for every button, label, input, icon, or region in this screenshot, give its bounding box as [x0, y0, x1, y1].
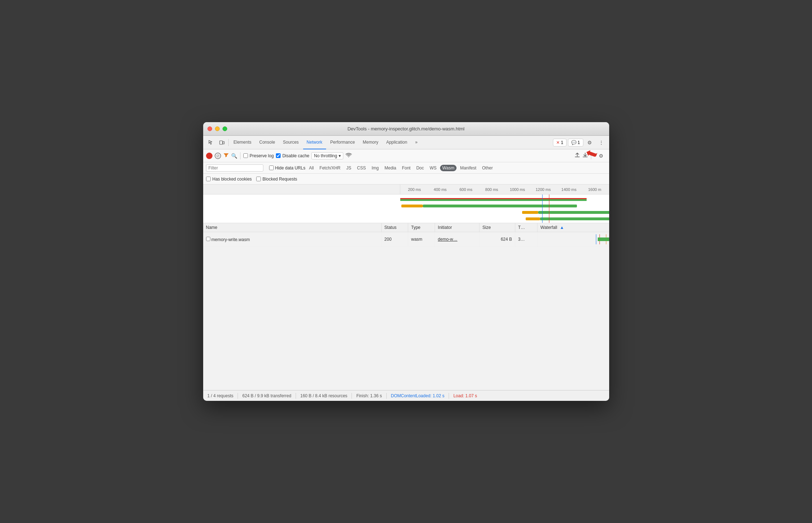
disable-cache-checkbox[interactable]	[276, 153, 281, 158]
status-transferred: 624 B / 9.9 kB transferred	[242, 393, 291, 398]
tab-memory[interactable]: Memory	[359, 136, 382, 149]
error-badge-button[interactable]: ✕ 1	[553, 139, 567, 147]
col-type-label: Type	[411, 225, 420, 230]
devtools-tab-bar: Elements Console Sources Network Perform…	[203, 136, 609, 149]
timeline-label-1400: 1400 ms	[556, 187, 582, 192]
status-sep2	[296, 393, 296, 399]
col-size-label: Size	[482, 225, 491, 230]
device-toolbar-icon[interactable]	[217, 138, 227, 148]
row-status: 200	[384, 237, 392, 242]
blocked-requests-checkbox[interactable]	[256, 177, 261, 181]
col-name-label: Name	[206, 225, 218, 230]
row-time-cell: 3…	[515, 232, 537, 247]
network-toolbar: ⊘ 🔍 Preserve log Disable cache No thrott…	[203, 149, 609, 162]
timeline-blue-line	[542, 195, 543, 223]
type-filter-other[interactable]: Other	[480, 165, 495, 171]
tab-sources[interactable]: Sources	[280, 136, 302, 149]
more-options-icon[interactable]: ⋮	[596, 138, 606, 148]
tab-application[interactable]: Application	[383, 136, 411, 149]
preserve-log-checkbox-label[interactable]: Preserve log	[243, 153, 274, 158]
col-time-label: T…	[518, 225, 525, 230]
timeline-label-1600: 1600 m	[582, 187, 608, 192]
has-blocked-cookies-checkbox[interactable]	[206, 177, 211, 181]
blocked-requests-label[interactable]: Blocked Requests	[256, 177, 297, 182]
tab-more[interactable]: »	[411, 136, 421, 149]
hide-data-urls-checkbox[interactable]	[269, 165, 274, 170]
filter-icon[interactable]	[223, 152, 229, 159]
disable-cache-checkbox-label[interactable]: Disable cache	[276, 153, 309, 158]
message-count: 1	[578, 140, 580, 145]
timeline-label-400: 400 ms	[427, 187, 453, 192]
timeline-label-200: 200 ms	[402, 187, 428, 192]
maximize-button[interactable]	[223, 126, 227, 131]
table-row[interactable]: memory-write.wasm 200 wasm demo-w… 624 B	[203, 232, 609, 247]
type-filter-img[interactable]: Img	[369, 165, 381, 171]
table-empty-space	[203, 247, 609, 390]
type-filter-font[interactable]: Font	[400, 165, 413, 171]
waterfall-blue-vline	[596, 234, 596, 244]
row-initiator-cell: demo-w…	[435, 232, 479, 247]
col-name-header[interactable]: Name	[203, 223, 382, 232]
wifi-icon	[345, 153, 352, 159]
col-waterfall-header[interactable]: Waterfall ▲	[538, 223, 609, 232]
inspect-element-icon[interactable]	[206, 138, 216, 148]
col-time-header[interactable]: T…	[515, 223, 537, 232]
minimize-button[interactable]	[215, 126, 220, 131]
timeline-bar-4-orange	[526, 217, 540, 220]
tab-network[interactable]: Network	[303, 136, 326, 149]
network-table: Name Status Type Initiator Size	[203, 223, 609, 390]
timeline-chart	[203, 195, 609, 223]
record-button[interactable]	[206, 153, 212, 159]
col-initiator-label: Initiator	[438, 225, 452, 230]
clear-button[interactable]: ⊘	[215, 153, 221, 159]
network-table-wrapper: Name Status Type Initiator Size	[203, 223, 609, 390]
type-filter-wasm[interactable]: Wasm	[440, 165, 457, 171]
type-filter-js[interactable]: JS	[344, 165, 353, 171]
type-filter-ws[interactable]: WS	[428, 165, 439, 171]
col-status-label: Status	[384, 225, 397, 230]
search-icon[interactable]: 🔍	[231, 153, 237, 159]
upload-icon[interactable]	[574, 152, 580, 159]
status-domcontentloaded: DOMContentLoaded: 1.02 s	[391, 393, 444, 398]
type-filter-fetch-xhr[interactable]: Fetch/XHR	[317, 165, 343, 171]
col-type-header[interactable]: Type	[408, 223, 435, 232]
type-filter-css[interactable]: CSS	[355, 165, 368, 171]
type-filter-doc[interactable]: Doc	[414, 165, 426, 171]
toolbar-separator	[228, 139, 229, 146]
row-time: 3…	[518, 237, 525, 242]
empty-cell	[203, 247, 609, 390]
filter-bar: Hide data URLs All Fetch/XHR JS CSS Img …	[203, 162, 609, 174]
traffic-lights[interactable]	[207, 126, 227, 131]
timeline-header-spacer	[203, 184, 400, 194]
tab-performance[interactable]: Performance	[327, 136, 359, 149]
timeline-label-1000: 1000 ms	[505, 187, 530, 192]
message-badge-button[interactable]: 💬 1	[568, 139, 583, 147]
col-initiator-header[interactable]: Initiator	[435, 223, 479, 232]
throttle-select[interactable]: No throttling ▾	[311, 152, 343, 159]
svg-rect-0	[220, 141, 223, 144]
disable-cache-label: Disable cache	[282, 153, 309, 158]
filter-input[interactable]	[206, 164, 263, 172]
close-button[interactable]	[207, 126, 212, 131]
status-sep5	[449, 393, 449, 399]
col-status-header[interactable]: Status	[381, 223, 408, 232]
preserve-log-checkbox[interactable]	[243, 153, 248, 158]
row-checkbox[interactable]	[206, 237, 210, 241]
status-sep3	[352, 393, 352, 399]
status-bar: 1 / 4 requests 624 B / 9.9 kB transferre…	[203, 390, 609, 401]
message-icon: 💬	[571, 140, 577, 145]
tab-console[interactable]: Console	[256, 136, 279, 149]
type-filter-all[interactable]: All	[307, 165, 316, 171]
has-blocked-cookies-label[interactable]: Has blocked cookies	[206, 177, 252, 182]
sort-arrow-icon: ▲	[560, 225, 564, 230]
waterfall-bar-container	[540, 234, 606, 244]
type-filter-manifest[interactable]: Manifest	[458, 165, 478, 171]
col-size-header[interactable]: Size	[479, 223, 515, 232]
hide-data-urls-label[interactable]: Hide data URLs	[269, 165, 306, 171]
error-icon: ✕	[556, 140, 560, 145]
type-filter-media[interactable]: Media	[382, 165, 398, 171]
row-waterfall-cell	[538, 232, 609, 247]
has-blocked-cookies-text: Has blocked cookies	[212, 177, 252, 182]
status-finish: Finish: 1.36 s	[356, 393, 382, 398]
tab-elements[interactable]: Elements	[230, 136, 255, 149]
